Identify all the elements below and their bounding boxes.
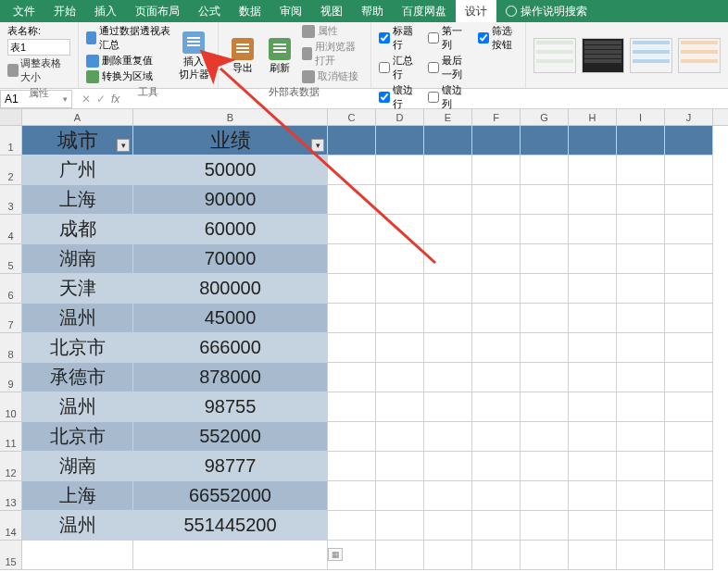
row-header-11[interactable]: 11 (0, 422, 22, 452)
cell-empty[interactable] (424, 333, 472, 363)
cell-empty[interactable] (328, 304, 376, 333)
table-style-3[interactable] (630, 38, 672, 73)
insert-slicer-button[interactable]: 插入 切片器 (178, 24, 210, 83)
col-header-G[interactable]: G (521, 109, 569, 125)
cell-empty[interactable] (376, 452, 424, 481)
cell-empty[interactable] (617, 392, 665, 422)
col-header-E[interactable]: E (424, 109, 472, 125)
col-header-I[interactable]: I (617, 109, 665, 125)
cell-empty[interactable] (472, 481, 521, 511)
col-header-D[interactable]: D (376, 109, 424, 125)
cell-empty[interactable] (376, 244, 424, 274)
col-header-J[interactable]: J (665, 109, 713, 125)
resize-table-button[interactable]: 调整表格大小 (7, 56, 70, 84)
cell-empty[interactable] (665, 452, 713, 481)
cell-empty[interactable] (665, 422, 713, 452)
cell-A12[interactable]: 湖南 (22, 452, 133, 481)
cell-A11[interactable]: 北京市 (22, 422, 133, 452)
cell-B1[interactable]: 业绩▾ (133, 126, 328, 155)
cell-B9[interactable]: 878000 (133, 363, 328, 392)
cell-B14[interactable]: 551445200 (133, 511, 328, 541)
cell-empty[interactable] (521, 274, 569, 304)
cell-empty[interactable] (328, 155, 376, 185)
table-name-input[interactable] (7, 39, 70, 56)
cell-empty[interactable] (328, 511, 376, 541)
col-header-B[interactable]: B (133, 109, 328, 125)
cell-empty[interactable] (376, 155, 424, 185)
cell-empty[interactable] (521, 481, 569, 511)
cell-empty[interactable] (617, 126, 665, 155)
cell-empty[interactable] (569, 541, 617, 570)
cell-empty[interactable] (521, 541, 569, 570)
tab-formula[interactable]: 公式 (189, 0, 230, 22)
cell-empty[interactable] (617, 511, 665, 541)
cell-empty[interactable] (376, 126, 424, 155)
cell-empty[interactable] (617, 541, 665, 570)
cell-empty[interactable] (569, 511, 617, 541)
row-header-15[interactable]: 15 (0, 541, 22, 570)
row-header-3[interactable]: 3 (0, 185, 22, 215)
cell-empty[interactable] (617, 215, 665, 244)
cell-empty[interactable] (665, 126, 713, 155)
cell-B2[interactable]: 50000 (133, 155, 328, 185)
refresh-button[interactable]: 刷新 (264, 24, 296, 83)
cell-A13[interactable]: 上海 (22, 481, 133, 511)
tab-review[interactable]: 审阅 (270, 0, 311, 22)
row-header-6[interactable]: 6 (0, 274, 22, 304)
cell-empty[interactable] (328, 363, 376, 392)
chk-banded-row[interactable]: 镶边行 (379, 83, 419, 111)
filter-dropdown-icon[interactable]: ▾ (311, 139, 324, 152)
cancel-formula-icon[interactable]: ✕ (82, 93, 91, 106)
cell-empty[interactable] (328, 333, 376, 363)
name-box[interactable]: A1▾ (0, 90, 72, 108)
chk-first-col[interactable]: 第一列 (428, 24, 468, 52)
cell-A1[interactable]: 城市▾ (22, 126, 133, 155)
cell-empty[interactable] (328, 274, 376, 304)
export-button[interactable]: 导出 (226, 24, 258, 83)
cell-empty[interactable] (665, 392, 713, 422)
chk-total-row[interactable]: 汇总行 (379, 54, 419, 81)
row-header-14[interactable]: 14 (0, 511, 22, 541)
cell-empty[interactable] (617, 422, 665, 452)
cell-empty[interactable] (472, 244, 521, 274)
cell-empty[interactable] (472, 126, 521, 155)
cell-empty[interactable] (521, 422, 569, 452)
cell-empty[interactable] (665, 304, 713, 333)
cell-empty[interactable] (424, 511, 472, 541)
cell-A9[interactable]: 承德市 (22, 363, 133, 392)
cell-empty[interactable] (328, 126, 376, 155)
cell-empty[interactable] (328, 422, 376, 452)
tab-home[interactable]: 开始 (44, 0, 85, 22)
cell-empty[interactable] (424, 274, 472, 304)
cell-B12[interactable]: 98777 (133, 452, 328, 481)
cell-empty[interactable] (665, 363, 713, 392)
cell-empty[interactable] (472, 452, 521, 481)
convert-range-button[interactable]: 转换为区域 (86, 69, 172, 83)
autofill-options-icon[interactable]: ▦ (328, 548, 343, 561)
cell-empty[interactable] (424, 244, 472, 274)
cell-empty[interactable] (376, 392, 424, 422)
cell-empty[interactable] (376, 481, 424, 511)
cell-empty[interactable] (521, 511, 569, 541)
filter-dropdown-icon[interactable]: ▾ (117, 139, 130, 152)
cell-empty[interactable] (424, 481, 472, 511)
row-header-7[interactable]: 7 (0, 304, 22, 333)
cell-empty[interactable] (569, 244, 617, 274)
cell-A7[interactable]: 温州 (22, 304, 133, 333)
col-header-A[interactable]: A (22, 109, 133, 125)
row-header-10[interactable]: 10 (0, 392, 22, 422)
cell-empty[interactable] (328, 185, 376, 215)
select-all-corner[interactable] (0, 109, 22, 125)
cell-empty[interactable] (424, 541, 472, 570)
row-header-5[interactable]: 5 (0, 244, 22, 274)
cell-empty[interactable] (472, 511, 521, 541)
cell-empty[interactable] (424, 392, 472, 422)
cell-A6[interactable]: 天津 (22, 274, 133, 304)
accept-formula-icon[interactable]: ✓ (96, 93, 106, 106)
cell-empty[interactable] (665, 541, 713, 570)
cell-empty[interactable] (376, 304, 424, 333)
cell-empty[interactable] (665, 215, 713, 244)
pivot-summary-button[interactable]: 通过数据透视表汇总 (86, 24, 172, 52)
cell-empty[interactable] (665, 155, 713, 185)
cell-empty[interactable] (521, 244, 569, 274)
